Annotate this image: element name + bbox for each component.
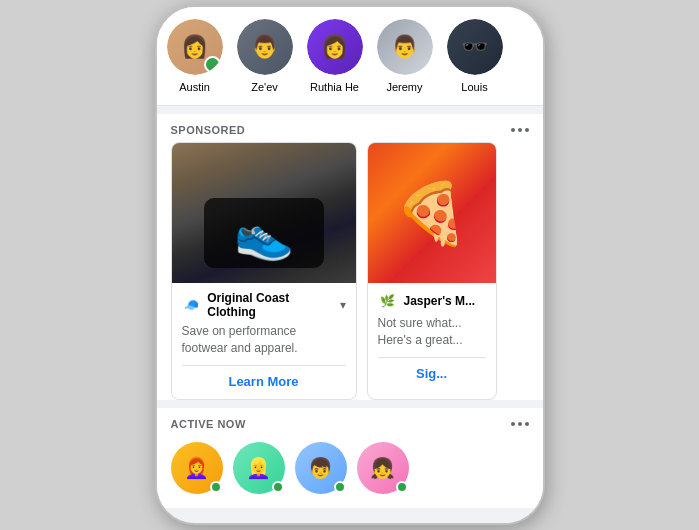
- sponsored-header: SPONSORED: [157, 114, 543, 142]
- story-name-austin: Austin: [179, 81, 210, 93]
- active-indicator-2: [272, 481, 284, 493]
- active-indicator-4: [396, 481, 408, 493]
- story-name-jeremy: Jeremy: [386, 81, 422, 93]
- stories-section: 👩 Austin 👨 Ze'ev 👩 Ruthia He 👨: [157, 7, 543, 106]
- sponsored-more-button[interactable]: [511, 128, 529, 132]
- phone-frame: 👩 Austin 👨 Ze'ev 👩 Ruthia He 👨: [155, 5, 545, 525]
- active-now-header: ACTIVE NOW: [157, 408, 543, 436]
- ad-advertiser-left-2: 🌿 Jasper's M...: [378, 291, 476, 311]
- ad-card-1[interactable]: 🧢 Original Coast Clothing ▾ Save on perf…: [171, 142, 357, 400]
- ad-chevron-1[interactable]: ▾: [340, 298, 346, 312]
- story-zeev[interactable]: 👨 Ze'ev: [237, 19, 293, 93]
- dot1: [511, 128, 515, 132]
- ad-advertiser-2: 🌿 Jasper's M...: [378, 291, 486, 311]
- active-dot1: [511, 422, 515, 426]
- dot3: [525, 128, 529, 132]
- ad-description-1: Save on performance footwear and apparel…: [182, 323, 346, 357]
- ad-advertiser-1: 🧢 Original Coast Clothing ▾: [182, 291, 346, 319]
- ad-image-shoes: [172, 143, 356, 283]
- active-indicator-1: [210, 481, 222, 493]
- ad-card-2[interactable]: 🌿 Jasper's M... Not sure what... Here's …: [367, 142, 497, 400]
- avatar-img-ruthia: 👩: [307, 19, 363, 75]
- ad-image-food: [368, 143, 496, 283]
- phone-screen: 👩 Austin 👨 Ze'ev 👩 Ruthia He 👨: [157, 7, 543, 523]
- story-name-ruthia: Ruthia He: [310, 81, 359, 93]
- story-jeremy[interactable]: 👨 Jeremy: [377, 19, 433, 93]
- story-name-zeev: Ze'ev: [251, 81, 278, 93]
- avatar-ruthia: 👩: [307, 19, 363, 75]
- avatar-img-jeremy: 👨: [377, 19, 433, 75]
- avatar-zeev: 👨: [237, 19, 293, 75]
- active-avatar-4[interactable]: 👧: [357, 442, 409, 494]
- ad-cta-1[interactable]: Learn More: [182, 365, 346, 389]
- story-austin[interactable]: 👩 Austin: [167, 19, 223, 93]
- ad-body-1: 🧢 Original Coast Clothing ▾ Save on perf…: [172, 283, 356, 399]
- ad-description-2: Not sure what... Here's a great...: [378, 315, 486, 349]
- avatar-img-austin: 👩: [167, 19, 223, 75]
- ad-body-2: 🌿 Jasper's M... Not sure what... Here's …: [368, 283, 496, 391]
- avatar-jeremy: 👨: [377, 19, 433, 75]
- avatar-img-louis: 🕶️: [447, 19, 503, 75]
- active-avatar-3[interactable]: 👦: [295, 442, 347, 494]
- ad-logo-1: 🧢: [182, 295, 202, 315]
- active-indicator-3: [334, 481, 346, 493]
- story-louis[interactable]: 🕶️ Louis: [447, 19, 503, 93]
- sponsored-label: SPONSORED: [171, 124, 246, 136]
- active-dot2: [518, 422, 522, 426]
- story-ruthia[interactable]: 👩 Ruthia He: [307, 19, 363, 93]
- avatar-louis: 🕶️: [447, 19, 503, 75]
- avatar-austin: 👩: [167, 19, 223, 75]
- dot2: [518, 128, 522, 132]
- ad-cta-2[interactable]: Sig...: [378, 357, 486, 381]
- ad-name-1: Original Coast Clothing: [207, 291, 339, 319]
- sponsored-section: SPONSORED 🧢 Original Coast Clothi: [157, 114, 543, 400]
- active-avatars-row: 👩‍🦰 👱‍♀️ 👦 👧: [157, 436, 543, 500]
- avatar-img-zeev: 👨: [237, 19, 293, 75]
- active-dot3: [525, 422, 529, 426]
- story-name-louis: Louis: [461, 81, 487, 93]
- active-avatar-2[interactable]: 👱‍♀️: [233, 442, 285, 494]
- ad-logo-2: 🌿: [378, 291, 398, 311]
- active-now-more-button[interactable]: [511, 422, 529, 426]
- ad-name-2: Jasper's M...: [404, 294, 476, 308]
- active-now-label: ACTIVE NOW: [171, 418, 246, 430]
- active-now-section: ACTIVE NOW 👩‍🦰 👱‍♀️ 👦: [157, 408, 543, 508]
- active-avatar-1[interactable]: 👩‍🦰: [171, 442, 223, 494]
- ad-advertiser-left-1: 🧢 Original Coast Clothing: [182, 291, 340, 319]
- ads-row: 🧢 Original Coast Clothing ▾ Save on perf…: [157, 142, 543, 400]
